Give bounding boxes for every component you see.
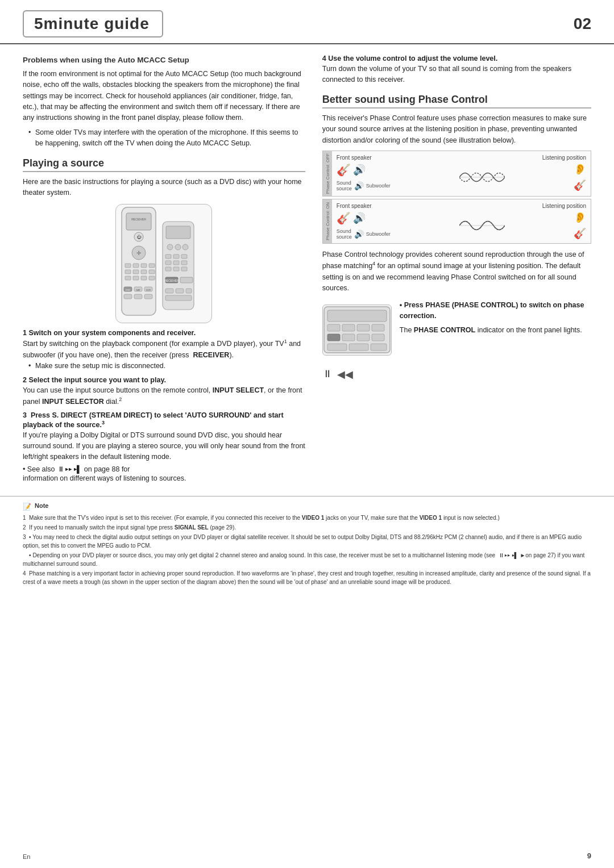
playback-icons: ⏸ ◀◀ [322, 368, 591, 381]
svg-rect-54 [342, 324, 355, 331]
footer-notes: 📝 Note 1 Make sure that the TV's video i… [0, 496, 614, 593]
footer-note-1: 1 Make sure that the TV's video input is… [23, 514, 591, 522]
footer-note-4: 4 Phase matching is a very important fac… [23, 569, 591, 586]
diag-on-inner: Front speaker Listening position 🎸 🔊 Sou… [332, 199, 591, 243]
svg-rect-37 [173, 261, 179, 265]
svg-rect-36 [165, 261, 171, 265]
phase-press-info: • Press PHASE (PHASE CONTROL) to switch … [400, 300, 591, 340]
ear-icon-on: 👂 [574, 211, 586, 224]
svg-rect-61 [327, 344, 347, 350]
svg-rect-47 [186, 289, 192, 293]
svg-rect-38 [181, 261, 187, 265]
diag-on-top-labels: Front speaker Listening position [337, 203, 586, 209]
page-number-bottom: 9 [587, 852, 591, 860]
svg-rect-48 [165, 295, 192, 301]
diag-on-front-speaker: Front speaker [337, 203, 372, 209]
step3-title: 3 Press S. DIRECT (STREAM DIRECT) to sel… [23, 411, 305, 428]
svg-rect-15 [125, 276, 131, 280]
diag-on-listening: Listening position [542, 203, 586, 209]
svg-rect-11 [125, 270, 131, 274]
phase-indicator: The PHASE CONTROL indicator on the front… [400, 325, 591, 336]
step1-body: Start by switching on the playback compo… [23, 338, 305, 361]
left-column: Problems when using the Auto MCACC Setup… [23, 55, 305, 488]
svg-rect-17 [141, 276, 147, 280]
svg-text:⏻: ⏻ [136, 235, 142, 240]
svg-rect-25 [124, 294, 132, 299]
see-also-info: information on different ways of listeni… [23, 473, 305, 484]
note-header: Note [35, 502, 48, 509]
media-icons: ⏸▶▶ ▶▌ [57, 465, 82, 473]
svg-rect-12 [133, 270, 139, 274]
svg-rect-26 [134, 294, 142, 299]
phase-body: Phase Control technology provides cohere… [322, 249, 591, 294]
svg-text:DVD: DVD [126, 289, 131, 291]
bullet-tv: Some older TVs may interfere with the op… [28, 127, 305, 149]
diag-off-center [391, 166, 574, 189]
note-icon: 📝 [23, 503, 31, 511]
step2-body: You can use the input source buttons on … [23, 385, 305, 408]
svg-rect-46 [176, 289, 184, 293]
speaker-icon-off1: 🔊 [353, 164, 366, 176]
step2-text: You can use the input source buttons on … [23, 386, 302, 406]
diag-off-right: 👂 🎸 [574, 163, 586, 191]
step-2: 2 Select the input source you want to pl… [23, 376, 305, 408]
page-en: En [23, 853, 30, 860]
svg-rect-44 [180, 277, 193, 283]
sound-source-label-off: Soundsource [337, 180, 352, 191]
subwoofer-label-off: Subwoofer [366, 183, 391, 189]
better-sound-body: This receiver's Phase Control feature us… [322, 113, 591, 146]
step1-text: Start by switching on the playback compo… [23, 340, 301, 358]
step1-bullets: Make sure the setup mic is disconnected. [23, 361, 305, 372]
svg-rect-55 [357, 324, 370, 331]
step3-body: If you're playing a Dolby Digital or DTS… [23, 430, 305, 463]
guitar-icon-off: 🎸 [337, 163, 351, 177]
svg-point-32 [182, 244, 188, 250]
diag-off-left: 🎸 🔊 Soundsource 🔊 Subwoofer [337, 163, 391, 191]
see-also: • See also ⏸▶▶ ▶▌ on page 88 for [23, 465, 305, 473]
problems-bullets: Some older TVs may interfere with the op… [23, 127, 305, 149]
svg-text:SAT: SAT [136, 289, 141, 291]
diag-on-center [391, 214, 574, 237]
see-also-page-text: on page 88 for [84, 465, 130, 473]
pause-icon: ⏸ [322, 368, 333, 380]
diag-off-main: 🎸 🔊 Soundsource 🔊 Subwoofer [337, 163, 586, 191]
svg-rect-60 [372, 334, 384, 341]
diag-on-right: 👂 🎸 [574, 211, 586, 240]
main-content: Problems when using the Auto MCACC Setup… [0, 44, 614, 488]
step-1: 1 Switch on your system components and r… [23, 329, 305, 372]
svg-text:RECEIVER: RECEIVER [132, 218, 147, 221]
problems-body: If the room environment is not optimal f… [23, 69, 305, 124]
diag-off: Phase Control: OFF Front speaker Listeni… [322, 151, 591, 197]
svg-rect-29 [166, 226, 190, 239]
svg-rect-14 [149, 270, 155, 274]
guitar-listen-on: 🎸 [574, 227, 586, 240]
diag-off-top-labels: Front speaker Listening position [337, 155, 586, 161]
subwoofer-label-on: Subwoofer [366, 231, 391, 237]
remote-illustration: RECEIVER ⏻ ✛ [115, 204, 212, 323]
ear-icon-off: 👂 [574, 163, 586, 176]
phase-diagrams: Phase Control: OFF Front speaker Listeni… [322, 151, 591, 244]
step-4: 4 Use the volume control to adjust the v… [322, 55, 591, 86]
page-header: 5minute guide 02 [0, 0, 614, 44]
page-number: 02 [574, 15, 591, 33]
diag-off-listening: Listening position [542, 155, 586, 161]
step4-body: Turn down the volume of your TV so that … [322, 64, 591, 86]
svg-point-31 [175, 244, 181, 250]
svg-rect-58 [342, 334, 355, 341]
svg-rect-63 [371, 344, 387, 350]
svg-rect-18 [149, 276, 155, 280]
svg-rect-56 [372, 324, 384, 331]
diag-on: Phase Control: ON Front speaker Listenin… [322, 199, 591, 244]
svg-rect-9 [141, 264, 147, 268]
guitar-listen-off: 🎸 [574, 179, 586, 191]
svg-point-30 [167, 244, 173, 250]
better-sound-heading: Better sound using Phase Control [322, 94, 591, 108]
problems-heading: Problems when using the Auto MCACC Setup [23, 55, 305, 66]
playing-body: Here are the basic instructions for play… [23, 177, 305, 199]
svg-text:VCR: VCR [146, 289, 151, 291]
footer-note-3b: • Depending on your DVD player or source… [23, 551, 591, 568]
see-also-prefix: • See also [23, 465, 55, 473]
playing-heading: Playing a source [23, 157, 305, 172]
sound-source-label-on: Soundsource [337, 228, 352, 240]
svg-rect-16 [133, 276, 139, 280]
